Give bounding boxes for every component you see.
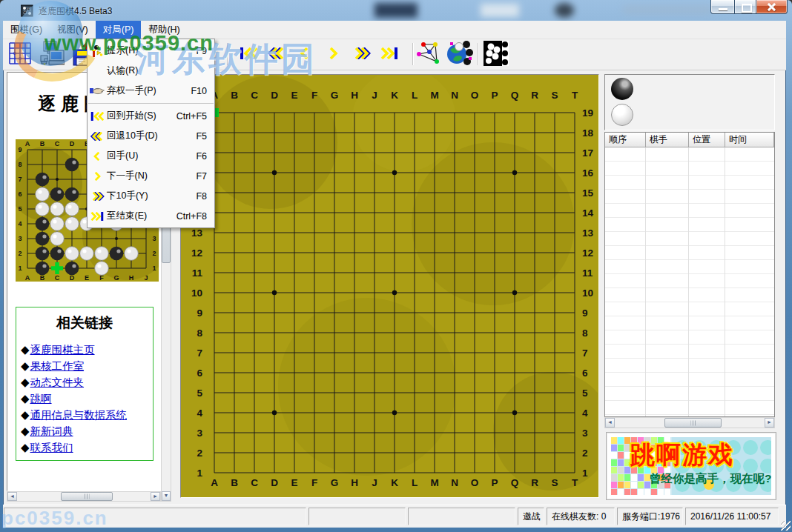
toolbar-button-back-10[interactable] bbox=[263, 42, 291, 67]
svg-text:A: A bbox=[211, 477, 218, 488]
scroll-left-arrow[interactable]: ◄ bbox=[7, 492, 17, 501]
svg-text:3: 3 bbox=[18, 235, 22, 242]
scroll-right-arrow[interactable]: ► bbox=[151, 492, 160, 501]
players-panel bbox=[604, 74, 775, 130]
svg-text:H: H bbox=[351, 477, 358, 488]
scroll-right-arrow[interactable]: ► bbox=[765, 418, 774, 428]
svg-text:E: E bbox=[85, 274, 89, 282]
svg-text:C: C bbox=[55, 274, 60, 282]
svg-text:12: 12 bbox=[582, 247, 593, 259]
diamond-bullet-icon: ◆ bbox=[21, 441, 30, 454]
column-header-3[interactable]: 位置 bbox=[689, 133, 725, 147]
svg-text:4: 4 bbox=[18, 220, 22, 227]
toolbar-separator bbox=[227, 43, 228, 65]
toolbar-button-go-start[interactable] bbox=[234, 42, 263, 67]
menu-item-认输(R)[interactable]: 认输(R) bbox=[88, 61, 214, 81]
toolbar-button-network-graph[interactable] bbox=[415, 42, 443, 67]
ad-banner[interactable]: 跳啊游戏 曾经你是高手，现在呢? bbox=[606, 432, 776, 500]
resize-grip[interactable] bbox=[781, 521, 791, 531]
menu-item-3[interactable]: 对局(P) bbox=[96, 21, 142, 39]
svg-text:R: R bbox=[531, 90, 538, 101]
svg-text:P: P bbox=[491, 477, 498, 488]
title-bar[interactable]: 逐鹿围棋4.5 Beta3 bbox=[0, 0, 792, 21]
back-1-icon bbox=[88, 152, 107, 161]
svg-text:D: D bbox=[70, 274, 75, 282]
menu-item-回退10手(D)[interactable]: 回退10手(D)F5 bbox=[88, 126, 214, 146]
related-link[interactable]: 通用信息与数据系统 bbox=[30, 408, 128, 422]
svg-text:16: 16 bbox=[582, 167, 594, 179]
menu-item-回到开始(S)[interactable]: 回到开始(S)Ctrl+F5 bbox=[88, 106, 214, 126]
menu-item-弃权一手(P)[interactable]: 弃权一手(P)F10 bbox=[88, 81, 214, 101]
svg-text:H: H bbox=[129, 274, 134, 282]
svg-text:J: J bbox=[372, 90, 377, 101]
toolbar-button-network-computers[interactable] bbox=[36, 42, 64, 67]
maximize-icon bbox=[742, 4, 752, 13]
status-panel-empty bbox=[408, 508, 515, 525]
app-icon bbox=[21, 4, 33, 17]
related-link[interactable]: 联系我们 bbox=[30, 441, 73, 455]
svg-text:G: G bbox=[331, 477, 339, 488]
svg-text:G: G bbox=[331, 90, 339, 101]
svg-text:19: 19 bbox=[582, 107, 593, 119]
menu-item-1[interactable]: 围棋(G) bbox=[3, 21, 50, 39]
svg-text:13: 13 bbox=[191, 227, 203, 239]
menu-item-提示(H)[interactable]: 提示(H)F9 bbox=[88, 41, 214, 61]
go-board[interactable]: AA1919BB1818CC1717DD1616EE1515FF1414GG13… bbox=[180, 74, 599, 498]
menu-item-回手(U)[interactable]: 回手(U)F6 bbox=[88, 146, 214, 166]
svg-text:G: G bbox=[113, 274, 119, 282]
svg-text:R: R bbox=[531, 477, 538, 488]
network-graph-icon bbox=[416, 41, 443, 68]
svg-text:A: A bbox=[25, 140, 30, 147]
related-link[interactable]: 果核工作室 bbox=[30, 359, 85, 373]
svg-text:4: 4 bbox=[582, 408, 588, 419]
svg-text:C: C bbox=[251, 90, 258, 101]
sidebar-horizontal-scrollbar[interactable]: ◄► bbox=[7, 491, 161, 502]
window-title: 逐鹿围棋4.5 Beta3 bbox=[39, 5, 112, 18]
menu-item-2[interactable]: 视图(V) bbox=[50, 21, 96, 39]
related-link[interactable]: 逐鹿围棋主页 bbox=[30, 343, 95, 357]
scroll-thumb[interactable] bbox=[61, 492, 113, 501]
related-link-row: ◆逐鹿围棋主页 bbox=[21, 342, 153, 358]
svg-text:F: F bbox=[311, 477, 317, 488]
maximize-button[interactable] bbox=[735, 0, 756, 14]
related-link-row: ◆新新词典 bbox=[21, 423, 153, 439]
related-link[interactable]: 动态文件夹 bbox=[30, 376, 85, 390]
toolbar-button-go-end[interactable] bbox=[375, 42, 403, 67]
related-link[interactable]: 新新词典 bbox=[30, 425, 73, 439]
toolbar-button-stone-pattern[interactable] bbox=[482, 42, 510, 67]
go-board-grid: AA1919BB1818CC1717DD1616EE1515FF1414GG13… bbox=[182, 76, 598, 496]
related-links-list: ◆逐鹿围棋主页◆果核工作室◆动态文件夹◆跳啊◆通用信息与数据系统◆新新词典◆联系… bbox=[21, 342, 153, 456]
scroll-down-arrow[interactable]: ▼ bbox=[162, 491, 171, 501]
svg-text:3: 3 bbox=[152, 235, 156, 242]
minimize-button[interactable] bbox=[710, 0, 735, 14]
status-panel-5: 在线棋友数: 0 bbox=[547, 508, 615, 525]
toolbar-button-board-grid[interactable] bbox=[6, 42, 34, 67]
column-header-4[interactable]: 时间 bbox=[725, 133, 774, 147]
svg-text:L: L bbox=[412, 477, 418, 488]
status-panel-6: 服务端口:1976 bbox=[617, 508, 683, 525]
column-header-1[interactable]: 顺序 bbox=[605, 133, 646, 147]
toolbar-button-forward-10[interactable] bbox=[347, 42, 375, 67]
svg-text:M: M bbox=[430, 477, 438, 488]
menu-item-至结束(E)[interactable]: 至结束(E)Ctrl+F8 bbox=[88, 206, 214, 226]
toolbar-button-back-1[interactable] bbox=[291, 42, 319, 67]
svg-text:O: O bbox=[471, 90, 479, 101]
toolbar-button-forward-1[interactable] bbox=[319, 42, 347, 67]
menu-item-4[interactable]: 帮助(H) bbox=[141, 21, 187, 39]
svg-text:T: T bbox=[572, 90, 578, 101]
scroll-left-arrow[interactable]: ◄ bbox=[605, 418, 615, 428]
close-button[interactable] bbox=[756, 0, 788, 14]
status-bar: 邀战在线棋友数: 0服务端口:19762016/11/26 11:00:57 bbox=[3, 505, 786, 528]
toolbar-button-globe-stones[interactable] bbox=[445, 42, 473, 67]
svg-text:3: 3 bbox=[197, 428, 202, 439]
related-link[interactable]: 跳啊 bbox=[30, 392, 52, 406]
svg-text:E: E bbox=[291, 90, 297, 101]
back-10-icon bbox=[88, 132, 107, 141]
svg-text:7: 7 bbox=[197, 348, 202, 359]
menu-item-下一手(N)[interactable]: 下一手(N)F7 bbox=[88, 166, 214, 186]
column-header-2[interactable]: 棋手 bbox=[646, 133, 689, 147]
moves-table-horizontal-scrollbar[interactable]: ◄► bbox=[604, 417, 775, 428]
scroll-thumb[interactable] bbox=[664, 418, 722, 428]
menu-item-下10手(Y)[interactable]: 下10手(Y)F8 bbox=[88, 186, 214, 206]
svg-text:1: 1 bbox=[152, 265, 156, 272]
